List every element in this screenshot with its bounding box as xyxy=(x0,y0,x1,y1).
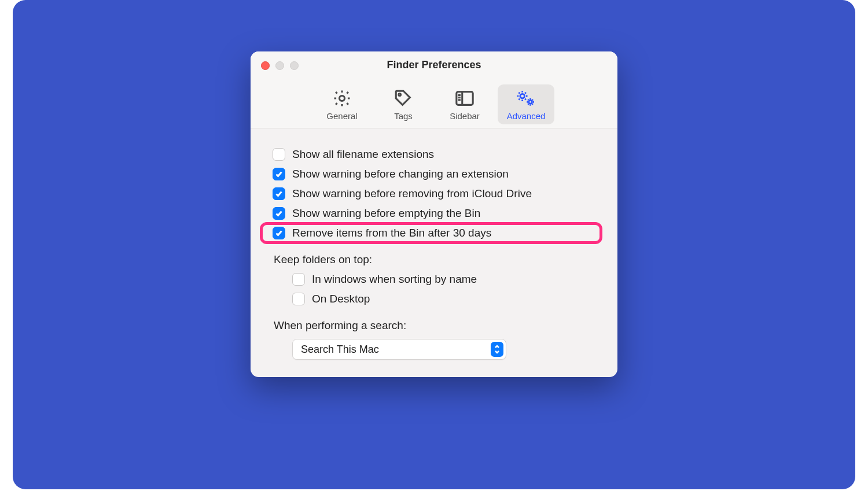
svg-point-8 xyxy=(529,100,532,104)
tab-sidebar[interactable]: Sidebar xyxy=(436,84,493,124)
checkbox[interactable] xyxy=(273,148,285,161)
tab-label: Tags xyxy=(394,111,413,121)
option-warn-empty-bin[interactable]: Show warning before emptying the Bin xyxy=(268,204,600,223)
option-show-extensions[interactable]: Show all filename extensions xyxy=(268,145,600,164)
svg-point-1 xyxy=(399,94,401,96)
option-label: In windows when sorting by name xyxy=(312,273,477,286)
option-warn-change-extension[interactable]: Show warning before changing an extensio… xyxy=(268,164,600,184)
updown-stepper-icon xyxy=(491,342,503,357)
option-remove-after-30-days[interactable]: Remove items from the Bin after 30 days xyxy=(262,223,600,243)
checkbox[interactable] xyxy=(273,187,285,200)
checkbox[interactable] xyxy=(273,168,285,180)
option-label: Show warning before emptying the Bin xyxy=(292,207,480,220)
search-header: When performing a search: xyxy=(268,309,600,335)
tab-general[interactable]: General xyxy=(314,84,370,124)
option-folders-on-top-desktop[interactable]: On Desktop xyxy=(268,289,600,309)
tab-label: Sidebar xyxy=(450,111,480,121)
tab-tags[interactable]: Tags xyxy=(375,84,432,124)
option-label: On Desktop xyxy=(312,293,370,305)
page-background: Finder Preferences General Tags xyxy=(13,0,855,489)
tab-advanced[interactable]: Advanced xyxy=(498,84,554,124)
checkbox[interactable] xyxy=(292,293,305,305)
gears-icon xyxy=(514,88,538,109)
window-titlebar: Finder Preferences General Tags xyxy=(251,51,617,128)
svg-point-7 xyxy=(520,94,525,98)
finder-preferences-window: Finder Preferences General Tags xyxy=(251,51,617,377)
svg-point-0 xyxy=(339,95,344,101)
tab-label: General xyxy=(326,111,357,121)
option-label: Remove items from the Bin after 30 days xyxy=(292,227,491,239)
option-label: Show all filename extensions xyxy=(292,148,434,161)
option-label: Show warning before removing from iCloud… xyxy=(292,187,532,200)
option-folders-on-top-windows[interactable]: In windows when sorting by name xyxy=(268,270,600,289)
option-label: Show warning before changing an extensio… xyxy=(292,168,509,180)
select-value: Search This Mac xyxy=(301,344,379,356)
window-title: Finder Preferences xyxy=(251,59,617,71)
checkbox[interactable] xyxy=(292,273,305,286)
checkbox[interactable] xyxy=(273,227,285,239)
option-warn-icloud-remove[interactable]: Show warning before removing from iCloud… xyxy=(268,184,600,204)
tab-label: Advanced xyxy=(507,111,546,121)
search-scope-select[interactable]: Search This Mac xyxy=(292,339,506,360)
checkbox[interactable] xyxy=(273,207,285,220)
tag-icon xyxy=(392,88,415,109)
sidebar-icon xyxy=(453,88,476,109)
folders-header: Keep folders on top: xyxy=(268,243,600,270)
gear-icon xyxy=(330,88,354,109)
preferences-body: Show all filename extensions Show warnin… xyxy=(251,128,617,377)
toolbar-tabs: General Tags Sidebar xyxy=(251,84,617,124)
